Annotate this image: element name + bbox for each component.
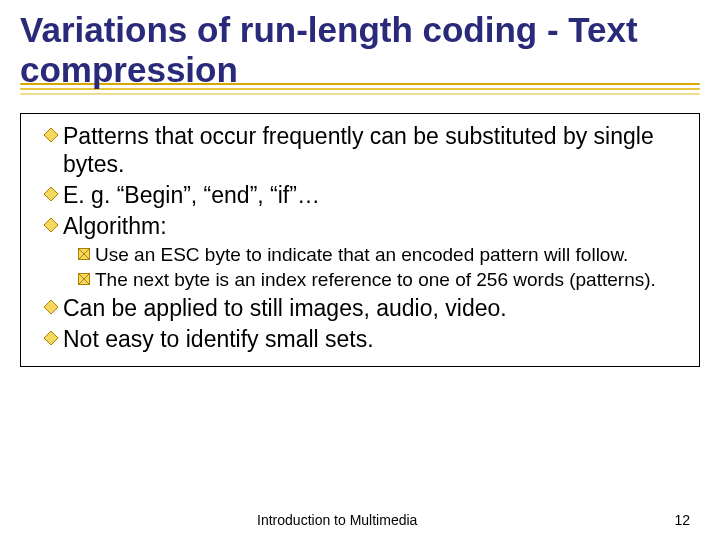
content-box: Patterns that occur frequently can be su…: [20, 113, 700, 367]
bullet-text: E. g. “Begin”, “end”, “if”…: [63, 181, 320, 210]
bullet-text: Algorithm:: [63, 212, 167, 241]
bullet-text: Not easy to identify small sets.: [63, 325, 374, 354]
slide-title: Variations of run-length coding - Text c…: [20, 10, 700, 91]
bullet-text: Patterns that occur frequently can be su…: [63, 122, 687, 180]
footer-text: Introduction to Multimedia: [0, 512, 674, 528]
slide-footer: Introduction to Multimedia 12: [0, 512, 720, 528]
svg-marker-1: [44, 187, 58, 201]
list-item: The next byte is an index reference to o…: [77, 268, 687, 292]
bullet-text: Can be applied to still images, audio, v…: [63, 294, 507, 323]
list-item: Algorithm:: [43, 212, 687, 241]
square-bullet-icon: [77, 247, 91, 261]
list-item: Patterns that occur frequently can be su…: [43, 122, 687, 180]
svg-marker-10: [44, 331, 58, 345]
svg-marker-9: [44, 300, 58, 314]
diamond-bullet-icon: [43, 330, 59, 346]
square-bullet-icon: [77, 272, 91, 286]
bullet-text: Use an ESC byte to indicate that an enco…: [95, 243, 628, 267]
bullet-text: The next byte is an index reference to o…: [95, 268, 656, 292]
page-number: 12: [674, 512, 690, 528]
list-item: Can be applied to still images, audio, v…: [43, 294, 687, 323]
list-item: Not easy to identify small sets.: [43, 325, 687, 354]
diamond-bullet-icon: [43, 217, 59, 233]
diamond-bullet-icon: [43, 186, 59, 202]
list-item: Use an ESC byte to indicate that an enco…: [77, 243, 687, 267]
svg-marker-2: [44, 218, 58, 232]
diamond-bullet-icon: [43, 299, 59, 315]
diamond-bullet-icon: [43, 127, 59, 143]
list-item: E. g. “Begin”, “end”, “if”…: [43, 181, 687, 210]
svg-marker-0: [44, 128, 58, 142]
